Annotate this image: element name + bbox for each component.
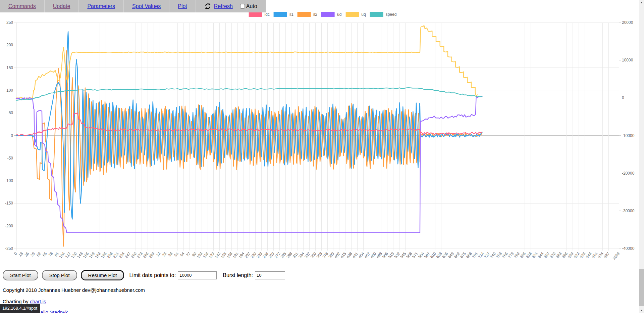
svg-text:51: 51: [173, 252, 179, 258]
legend-label-speed: speed: [386, 12, 397, 17]
svg-text:831: 831: [531, 252, 539, 259]
legend-item-il2[interactable]: il2: [298, 12, 317, 17]
legend-swatch-ud: [321, 12, 335, 17]
svg-text:52: 52: [36, 252, 41, 258]
nav-link-update[interactable]: Update: [53, 3, 70, 9]
svg-text:896: 896: [561, 252, 569, 259]
svg-text:285: 285: [280, 252, 287, 259]
start-plot-button[interactable]: Start Plot: [3, 270, 38, 280]
limit-input[interactable]: [178, 271, 217, 279]
legend-item-speed[interactable]: speed: [370, 12, 397, 17]
nav-link-commands[interactable]: Commands: [8, 3, 36, 9]
svg-text:727: 727: [483, 252, 491, 259]
svg-text:701: 701: [471, 252, 479, 259]
svg-text:519: 519: [387, 252, 395, 259]
svg-text:65: 65: [42, 252, 47, 258]
svg-text:130: 130: [70, 252, 77, 259]
series-line-il2: [16, 51, 482, 247]
svg-text:818: 818: [525, 252, 533, 259]
svg-text:78: 78: [48, 252, 53, 258]
nav-link-parameters[interactable]: Parameters: [87, 3, 115, 9]
svg-text:299: 299: [148, 252, 155, 259]
svg-text:156: 156: [82, 252, 90, 259]
scrollbar-thumb[interactable]: [639, 269, 644, 306]
svg-text:181: 181: [232, 252, 239, 259]
copyright-text: Copyright 2018 Johannes Huebner dev@joha…: [3, 287, 145, 293]
legend-label-uq: uq: [361, 12, 366, 17]
svg-text:337: 337: [304, 252, 311, 259]
scrollbar-up-icon[interactable]: ▲: [639, 0, 644, 5]
svg-text:584: 584: [418, 251, 425, 259]
scrollbar-down-icon[interactable]: ▼: [639, 308, 644, 313]
svg-text:597: 597: [423, 252, 431, 259]
svg-text:117: 117: [64, 252, 71, 259]
legend-swatch-idc: [249, 12, 262, 17]
svg-text:207: 207: [244, 252, 251, 259]
svg-text:-30000: -30000: [622, 209, 635, 213]
svg-text:740: 740: [489, 252, 497, 259]
svg-text:792: 792: [513, 252, 521, 259]
svg-text:324: 324: [298, 251, 305, 259]
refresh-cell: Refresh Auto: [196, 0, 266, 12]
svg-text:311: 311: [292, 252, 299, 259]
legend-item-il1[interactable]: il1: [274, 12, 293, 17]
svg-text:779: 779: [507, 252, 515, 259]
nav-link-spot-values[interactable]: Spot Values: [132, 3, 161, 9]
svg-text:987: 987: [603, 252, 610, 259]
svg-text:194: 194: [238, 251, 245, 259]
svg-text:246: 246: [262, 252, 269, 259]
nav-refresh-link[interactable]: Refresh: [214, 3, 233, 9]
svg-text:39: 39: [30, 252, 36, 258]
svg-text:493: 493: [376, 252, 383, 259]
auto-checkbox[interactable]: [240, 4, 245, 9]
browser-status-tooltip: 192.168.4.1/#spot: [0, 304, 40, 313]
svg-text:857: 857: [543, 252, 550, 259]
chart-legend: idcil1il2uduqspeed: [249, 12, 397, 17]
chartjs-link[interactable]: chart.js: [30, 299, 46, 304]
legend-swatch-il2: [298, 12, 311, 17]
svg-text:480: 480: [370, 252, 377, 259]
svg-text:688: 688: [465, 252, 473, 259]
svg-text:104: 104: [58, 251, 66, 259]
legend-item-ud[interactable]: ud: [321, 12, 341, 17]
svg-text:272: 272: [274, 252, 281, 259]
svg-text:221: 221: [112, 252, 119, 259]
svg-text:247: 247: [124, 252, 131, 259]
legend-label-ud: ud: [337, 12, 341, 17]
svg-text:77: 77: [185, 252, 191, 258]
svg-text:100: 100: [6, 88, 13, 93]
nav-cell-update: Update: [45, 0, 79, 12]
svg-text:662: 662: [453, 252, 461, 259]
svg-text:38: 38: [167, 252, 173, 258]
svg-text:259: 259: [268, 252, 275, 259]
svg-text:376: 376: [322, 252, 329, 259]
stop-plot-button[interactable]: Stop Plot: [42, 270, 77, 280]
nav-link-plot[interactable]: Plot: [178, 3, 187, 9]
svg-text:150: 150: [6, 65, 13, 70]
svg-text:25: 25: [161, 252, 167, 258]
legend-item-idc[interactable]: idc: [249, 12, 270, 17]
svg-text:208: 208: [106, 252, 114, 259]
svg-text:571: 571: [412, 252, 419, 259]
svg-text:0: 0: [13, 252, 17, 256]
scrollbar-track[interactable]: ▲ ▼: [639, 0, 644, 313]
svg-text:428: 428: [345, 252, 353, 259]
svg-text:142: 142: [214, 252, 221, 259]
svg-text:415: 415: [340, 252, 347, 259]
svg-text:143: 143: [76, 252, 84, 259]
plot-chart[interactable]: 250200150100500-50-100-150-200-250200001…: [3, 15, 637, 267]
legend-label-idc: idc: [265, 12, 270, 17]
svg-text:974: 974: [597, 251, 604, 259]
svg-text:675: 675: [459, 252, 467, 259]
legend-item-uq[interactable]: uq: [345, 12, 366, 17]
refresh-icon[interactable]: [204, 3, 211, 10]
svg-text:922: 922: [573, 252, 581, 259]
burst-input[interactable]: [255, 271, 285, 279]
svg-text:169: 169: [88, 252, 96, 259]
nav-cell-spot-values: Spot Values: [124, 0, 169, 12]
resume-plot-button[interactable]: Resume Plot: [81, 270, 124, 280]
svg-text:402: 402: [334, 252, 341, 259]
svg-text:50: 50: [9, 110, 13, 115]
legend-swatch-speed: [370, 12, 383, 17]
svg-text:182: 182: [94, 252, 102, 259]
